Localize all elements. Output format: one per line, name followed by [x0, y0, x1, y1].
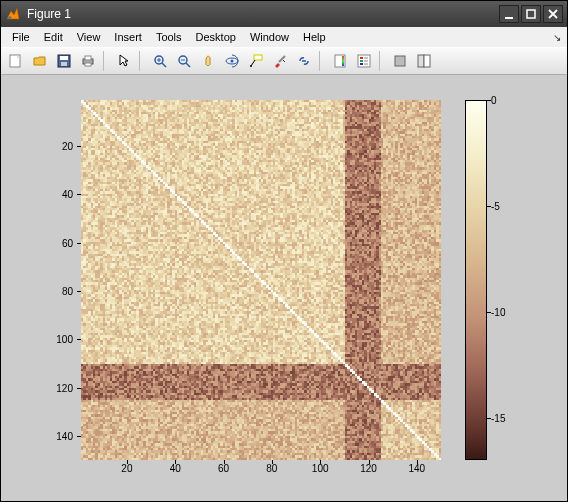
open-button[interactable] — [29, 50, 51, 72]
x-tick-label: 100 — [312, 463, 329, 474]
x-tick-label: 80 — [266, 463, 277, 474]
colorbar-tick-label: -5 — [491, 200, 500, 211]
x-tick-label: 40 — [170, 463, 181, 474]
matlab-icon — [5, 6, 21, 22]
figure-window: Figure 1 File Edit View Insert Tools Des… — [0, 0, 568, 502]
minimize-button[interactable] — [499, 5, 519, 23]
y-tick-label: 20 — [43, 140, 73, 151]
hide-plot-tools-button[interactable] — [389, 50, 411, 72]
link-button[interactable] — [293, 50, 315, 72]
save-button[interactable] — [53, 50, 75, 72]
close-button[interactable] — [543, 5, 563, 23]
menu-file[interactable]: File — [5, 29, 37, 45]
pointer-button[interactable] — [113, 50, 135, 72]
svg-rect-8 — [85, 63, 91, 66]
x-tick-label: 140 — [408, 463, 425, 474]
figure-canvas[interactable]: 20406080100120140 20406080100120140 0-5-… — [1, 75, 567, 501]
maximize-button[interactable] — [521, 5, 541, 23]
y-tick-label: 140 — [43, 430, 73, 441]
zoom-in-button[interactable] — [149, 50, 171, 72]
x-tick-label: 60 — [218, 463, 229, 474]
menu-view[interactable]: View — [70, 29, 108, 45]
colorbar-tick-label: -15 — [491, 412, 505, 423]
brush-button[interactable] — [269, 50, 291, 72]
show-plot-tools-button[interactable] — [413, 50, 435, 72]
print-button[interactable] — [77, 50, 99, 72]
menu-tools[interactable]: Tools — [149, 29, 189, 45]
y-tick-label: 120 — [43, 382, 73, 393]
svg-rect-7 — [85, 56, 91, 60]
x-tick-label: 120 — [360, 463, 377, 474]
heatmap-image — [81, 100, 441, 460]
svg-rect-20 — [424, 55, 430, 67]
svg-point-12 — [231, 60, 234, 63]
rotate3d-button[interactable] — [221, 50, 243, 72]
svg-rect-1 — [527, 10, 535, 18]
menu-edit[interactable]: Edit — [37, 29, 70, 45]
pan-button[interactable] — [197, 50, 219, 72]
svg-rect-4 — [60, 56, 68, 60]
svg-rect-13 — [254, 55, 262, 60]
zoom-out-button[interactable] — [173, 50, 195, 72]
new-figure-button[interactable] — [5, 50, 27, 72]
menu-help[interactable]: Help — [296, 29, 333, 45]
y-tick-label: 60 — [43, 237, 73, 248]
svg-point-14 — [250, 65, 252, 67]
colorbar-gradient — [466, 101, 486, 459]
svg-rect-18 — [395, 56, 405, 66]
menubar-chevron-icon[interactable]: ↘ — [553, 32, 561, 43]
y-tick-label: 100 — [43, 334, 73, 345]
menu-insert[interactable]: Insert — [107, 29, 149, 45]
toolbar — [1, 47, 567, 75]
insert-legend-button[interactable] — [353, 50, 375, 72]
svg-rect-5 — [61, 62, 67, 66]
menubar: File Edit View Insert Tools Desktop Wind… — [1, 27, 567, 47]
svg-rect-19 — [418, 55, 424, 67]
insert-colorbar-button[interactable] — [329, 50, 351, 72]
colorbar-tick-label: -10 — [491, 306, 505, 317]
menu-desktop[interactable]: Desktop — [189, 29, 243, 45]
axes-heatmap[interactable] — [81, 100, 441, 460]
colorbar-tick-label: 0 — [491, 95, 497, 106]
y-tick-label: 40 — [43, 189, 73, 200]
menu-window[interactable]: Window — [243, 29, 296, 45]
data-cursor-button[interactable] — [245, 50, 267, 72]
svg-rect-16 — [342, 56, 344, 66]
svg-rect-0 — [505, 17, 513, 19]
y-tick-label: 80 — [43, 285, 73, 296]
x-tick-label: 20 — [121, 463, 132, 474]
colorbar[interactable] — [465, 100, 487, 460]
window-title: Figure 1 — [27, 7, 497, 21]
titlebar[interactable]: Figure 1 — [1, 1, 567, 27]
